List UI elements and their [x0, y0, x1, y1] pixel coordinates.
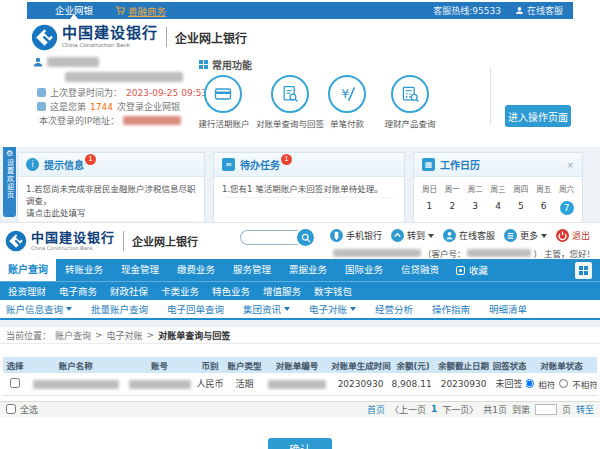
nav-international[interactable]: 国际业务: [336, 259, 392, 281]
more-menu[interactable]: 更多: [504, 229, 547, 242]
currency-cell: 人民币: [195, 373, 225, 395]
company-row: [65, 72, 183, 82]
nav-transfer[interactable]: 转账业务: [56, 259, 112, 281]
login-count-prefix: 这是您第: [50, 100, 86, 113]
goto-menu[interactable]: 转到: [391, 229, 434, 242]
quick-item-wealth-query-label[interactable]: 理财产品查询: [371, 117, 449, 129]
pagination: 首页 〈上一页 1 下一页〉 共1页 到第 页 转至: [367, 403, 594, 416]
calendar-title: 工作日历: [440, 157, 480, 172]
panels-row: ⚙ 设置欢迎页 i 提示信息 1 1.若您尚未完成非居民金融账户涉税信息尽职调查…: [0, 147, 600, 222]
nav-e-receipt-query[interactable]: 电子回单查询: [167, 302, 224, 316]
search-button[interactable]: [297, 229, 314, 246]
portal-header: 中国建设银行 China Construction Bank 企业网上银行 手机…: [0, 223, 600, 259]
online-service-label: 在线客服: [527, 4, 563, 17]
search-input[interactable]: [240, 230, 298, 245]
nav-credit[interactable]: 信贷融资: [392, 259, 448, 281]
mismatch-radio[interactable]: [559, 379, 568, 388]
tips-item-link[interactable]: 请点击此处填写: [26, 207, 196, 222]
calendar-day[interactable]: 6: [532, 201, 555, 215]
nav-cash-mgmt[interactable]: 现金管理: [112, 259, 168, 281]
nav-ecommerce[interactable]: 电子商务: [59, 284, 97, 298]
next-page-link[interactable]: 下一页〉: [442, 403, 478, 416]
nav-value-added[interactable]: 增值服务: [263, 284, 301, 298]
quick-item-wealth-query[interactable]: [391, 75, 429, 113]
tab-shanrong-mall[interactable]: 善融商务: [115, 4, 166, 18]
calendar-day[interactable]: 3: [464, 201, 487, 215]
calendar-panel: ▦ 工作日历 × 周日周一周二周三周四周五周六 1 2 3 4 5 6 7: [413, 152, 583, 222]
match-radio[interactable]: [526, 379, 534, 388]
quick-item-current-account[interactable]: [204, 75, 242, 113]
headset-icon: [515, 6, 524, 15]
online-service-link[interactable]: 在线客服: [443, 229, 495, 242]
nav-social-security[interactable]: 财政社保: [110, 284, 148, 298]
caret-down-icon: [66, 307, 72, 311]
calendar-day[interactable]: 1: [418, 201, 441, 215]
nav-special[interactable]: 特色业务: [212, 284, 250, 298]
quick-item-single-payment[interactable]: ¥: [328, 75, 366, 113]
nav-notes[interactable]: 票据业务: [280, 259, 336, 281]
nav-business-analysis[interactable]: 经营分析: [375, 302, 413, 316]
yen-pen-icon: ¥: [337, 84, 357, 104]
goto-page-input[interactable]: [535, 404, 557, 415]
confirm-button[interactable]: 确认: [268, 438, 332, 449]
breadcrumb: 当前位置： 账户查询 > 电子对账 > 对账单查询与回签: [0, 327, 600, 344]
goto-suffix: 页: [562, 403, 571, 416]
breadcrumb-e-reconciliation[interactable]: 电子对账: [107, 329, 143, 342]
user-icon: [33, 57, 43, 67]
nav-cards[interactable]: 卡类业务: [161, 284, 199, 298]
message-mini-icon: [37, 102, 46, 111]
calendar-day[interactable]: 4: [487, 201, 510, 215]
table-footer: 全选 首页 〈上一页 1 下一页〉 共1页 到第 页 转至: [0, 401, 600, 417]
select-all-checkbox[interactable]: [6, 404, 16, 414]
nav-service-mgmt[interactable]: 服务管理: [224, 259, 280, 281]
primary-nav: 账户查询 转账业务 现金管理 缴费业务 服务管理 票据业务 国际业务 信贷融资 …: [0, 259, 600, 281]
logout-button[interactable]: 退出: [556, 229, 590, 242]
customer-no-suffix: ）: [533, 247, 542, 259]
nav-digital-wallet[interactable]: 数字钱包: [314, 284, 352, 298]
goto-button[interactable]: 转至: [576, 403, 594, 416]
login-count-row: 这是您第1744次登录企业网银: [37, 100, 180, 113]
nav-account-query[interactable]: 账户查询: [0, 259, 56, 281]
calendar-day[interactable]: 5: [509, 201, 532, 215]
statement-magnifier-icon: [280, 84, 300, 104]
balance-date-cell: 20230930: [435, 373, 492, 395]
mobile-bank-link[interactable]: 手机银行: [330, 229, 382, 242]
todo-badge: 1: [281, 154, 292, 165]
bank-name-en: China Construction Bank: [62, 43, 158, 49]
calendar-day-active[interactable]: 7: [555, 201, 578, 215]
person-icon: [443, 229, 456, 242]
nav-bill-pay[interactable]: 缴费业务: [168, 259, 224, 281]
nav-favorites[interactable]: 收藏: [456, 259, 488, 281]
row-select-checkbox[interactable]: [10, 378, 20, 388]
first-page-link[interactable]: 首页: [367, 403, 385, 416]
breadcrumb-separator: >: [95, 330, 103, 340]
statement-number-redacted: [268, 380, 326, 389]
top-bar: 企业网银 善融商务 客服热线:95533 在线客服: [27, 2, 573, 19]
login-count-suffix: 次登录企业网银: [117, 100, 180, 113]
prev-page-link[interactable]: 〈上一页: [390, 403, 426, 416]
calendar-day[interactable]: 2: [441, 201, 464, 215]
nav-detail-list[interactable]: 明细清单: [489, 302, 527, 316]
ip-row: 本次登录的IP地址：: [39, 114, 181, 127]
calendar-days: 1 2 3 4 5 6 7: [414, 201, 582, 215]
brand-divider: [123, 231, 124, 251]
close-icon[interactable]: ×: [566, 160, 574, 170]
nav-batch-account-query[interactable]: 批量账户查询: [91, 302, 148, 316]
breadcrumb-label: 当前位置：: [6, 329, 51, 342]
nav-group-info[interactable]: 集团资讯: [243, 302, 290, 316]
nav-operation-guide[interactable]: 操作指南: [432, 302, 470, 316]
enter-operation-button[interactable]: 进入操作页面: [505, 105, 571, 127]
nav-account-info-query[interactable]: 账户信息查询: [6, 302, 72, 316]
quick-item-statement-query[interactable]: [271, 75, 309, 113]
online-service-link[interactable]: 在线客服: [515, 4, 563, 17]
breadcrumb-account-query[interactable]: 账户查询: [55, 329, 91, 342]
set-welcome-page-ribbon[interactable]: ⚙ 设置欢迎页: [3, 147, 16, 217]
nav-invest[interactable]: 投资理财: [8, 284, 46, 298]
tab-corporate-ebank[interactable]: 企业网银: [43, 2, 105, 19]
nav-e-reconciliation[interactable]: 电子对账: [309, 302, 356, 316]
total-pages: 共1页: [483, 403, 507, 416]
login-count: 1744: [90, 102, 113, 112]
tips-title: 提示信息: [44, 157, 84, 172]
todo-item-text[interactable]: 1.您有1 笔活期账户未回签对账单待处理。: [222, 183, 396, 198]
apps-grid-button[interactable]: [575, 262, 592, 279]
